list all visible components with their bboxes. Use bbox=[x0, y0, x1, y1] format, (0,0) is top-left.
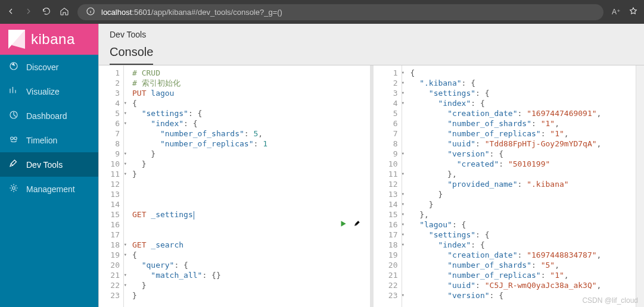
back-icon[interactable] bbox=[6, 7, 15, 18]
tab-bar: Console bbox=[99, 39, 644, 65]
sidebar-item-management[interactable]: Management bbox=[0, 177, 98, 201]
sidebar-item-label: Timelion bbox=[26, 136, 57, 145]
url-text: localhost:5601/app/kibana#/dev_tools/con… bbox=[101, 8, 282, 17]
svg-point-6 bbox=[13, 187, 15, 190]
compass-icon bbox=[8, 61, 19, 73]
svg-point-5 bbox=[14, 137, 17, 140]
reader-mode-icon[interactable]: A⁺ bbox=[612, 8, 620, 16]
home-icon[interactable] bbox=[60, 7, 69, 18]
forward-icon[interactable] bbox=[24, 7, 33, 18]
sidebar-item-label: Discover bbox=[26, 62, 58, 72]
breadcrumb: Dev Tools bbox=[99, 24, 644, 39]
sidebar-item-timelion[interactable]: Timelion bbox=[0, 128, 98, 152]
sidebar-item-label: Dev Tools bbox=[26, 160, 63, 170]
timelion-icon bbox=[8, 134, 19, 146]
sidebar-item-label: Dashboard bbox=[26, 111, 67, 121]
bar-chart-icon bbox=[8, 85, 19, 98]
sidebar-item-discover[interactable]: Discover bbox=[0, 55, 98, 79]
site-info-icon[interactable] bbox=[86, 7, 95, 18]
refresh-icon[interactable] bbox=[42, 7, 51, 18]
gauge-icon bbox=[8, 109, 19, 122]
kibana-logo[interactable]: kibana bbox=[0, 24, 98, 55]
sidebar: kibana DiscoverVisualizeDashboardTimelio… bbox=[0, 24, 98, 307]
sidebar-item-dashboard[interactable]: Dashboard bbox=[0, 104, 98, 128]
gear-icon bbox=[8, 183, 19, 195]
sidebar-item-visualize[interactable]: Visualize bbox=[0, 79, 98, 104]
request-editor[interactable]: 1234567891011121314151617181920212223 # … bbox=[99, 65, 374, 307]
tab-console[interactable]: Console bbox=[110, 43, 153, 65]
browser-toolbar: localhost:5601/app/kibana#/dev_tools/con… bbox=[0, 0, 644, 24]
kibana-logo-icon bbox=[6, 29, 27, 50]
sidebar-item-label: Management bbox=[26, 184, 75, 194]
sidebar-item-label: Visualize bbox=[26, 87, 60, 96]
svg-point-4 bbox=[11, 137, 14, 140]
response-viewer[interactable]: 1234567891011121314151617181920212223 { … bbox=[374, 65, 645, 307]
favorite-icon[interactable] bbox=[629, 7, 638, 18]
wrench-icon bbox=[8, 158, 19, 171]
scrollbar[interactable] bbox=[636, 65, 644, 307]
address-bar[interactable]: localhost:5601/app/kibana#/dev_tools/con… bbox=[77, 4, 603, 20]
sidebar-item-dev-tools[interactable]: Dev Tools bbox=[0, 152, 98, 177]
kibana-logo-text: kibana bbox=[31, 31, 75, 48]
